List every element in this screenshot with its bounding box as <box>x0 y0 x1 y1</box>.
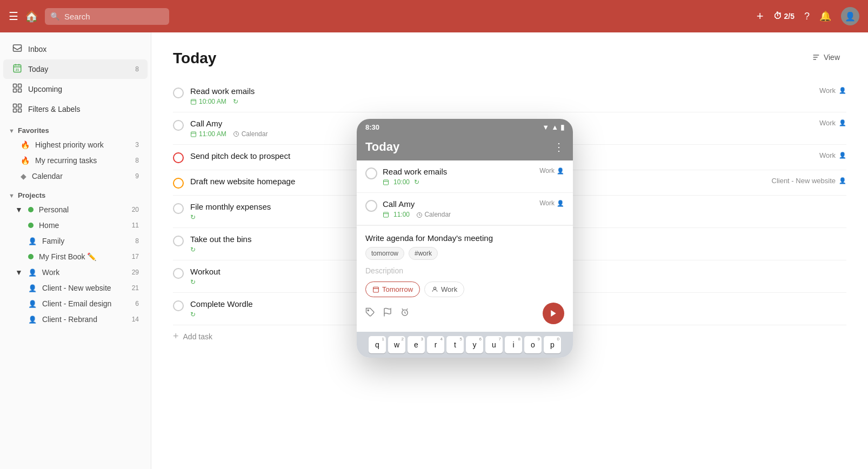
svg-rect-9 <box>18 89 22 92</box>
add-task-plus-icon: + <box>173 331 179 342</box>
hamburger-icon[interactable]: ☰ <box>9 10 18 23</box>
view-button[interactable]: View <box>805 50 846 65</box>
send-button[interactable] <box>543 303 564 324</box>
home-icon[interactable]: 🏠 <box>25 10 38 23</box>
date-button[interactable]: Tomorrow <box>365 282 420 297</box>
main-content: Today View Read work emails 10:00 AM ↻ W… <box>151 32 868 469</box>
sidebar-highest-priority-badge: 3 <box>135 141 139 149</box>
favorites-section-header[interactable]: ▼ Favorites <box>0 121 151 137</box>
svg-rect-13 <box>18 109 22 112</box>
task-check-6[interactable] <box>173 236 184 246</box>
mobile-more-button[interactable]: ⋮ <box>553 140 564 153</box>
mobile-task-meta-1: 10:00 ↻ <box>383 178 534 186</box>
task-calendar-2: Calendar <box>233 130 268 138</box>
firstbook-dot <box>28 254 34 259</box>
task-check-1[interactable] <box>173 88 184 98</box>
mobile-status-bar: 8:30 ▼ ▲ ▮ <box>357 119 573 136</box>
key-y[interactable]: 6y <box>466 336 483 353</box>
sidebar-item-filters[interactable]: Filters & Labels <box>3 99 148 119</box>
sidebar-filters-label: Filters & Labels <box>28 105 80 113</box>
task-check-8[interactable] <box>173 300 184 311</box>
avatar[interactable]: 👤 <box>841 7 859 25</box>
sidebar-item-client-rebrand[interactable]: 👤 Client - Rebrand 14 <box>3 312 148 327</box>
sidebar-highest-priority-label: Highest priority work <box>35 140 104 149</box>
table-row: Read work emails 10:00 AM ↻ Work 👤 <box>173 80 846 112</box>
flag-icon[interactable] <box>383 307 392 320</box>
sidebar-today-badge: 8 <box>135 65 139 73</box>
key-u[interactable]: 7u <box>485 336 503 353</box>
sidebar-item-recurring[interactable]: 🔥 My recurring tasks 8 <box>3 153 148 168</box>
task-check-5[interactable] <box>173 203 184 214</box>
key-r[interactable]: 4r <box>427 336 444 353</box>
home-dot <box>28 223 34 228</box>
mobile-overlay: 8:30 ▼ ▲ ▮ Today ⋮ Read work email <box>357 119 573 358</box>
svg-text:21: 21 <box>16 68 19 71</box>
tag-tomorrow[interactable]: tomorrow <box>365 247 404 260</box>
filters-icon <box>12 103 23 115</box>
fire-icon: 🔥 <box>21 140 30 149</box>
add-button[interactable]: + <box>757 9 764 23</box>
task-right-3: Work 👤 <box>819 151 846 159</box>
favorites-chevron: ▼ <box>9 128 15 134</box>
tag-icon[interactable] <box>365 307 375 320</box>
task-recur-8: ↻ <box>190 311 196 318</box>
key-t[interactable]: 5t <box>446 336 464 353</box>
svg-rect-12 <box>14 109 17 112</box>
sidebar-item-personal[interactable]: ▼ Personal 20 <box>3 202 148 217</box>
task-meta-1: 10:00 AM ↻ <box>190 98 813 105</box>
alarm-icon[interactable] <box>400 307 410 320</box>
date-icon <box>372 286 379 293</box>
task-check-7[interactable] <box>173 268 184 279</box>
svg-point-30 <box>368 310 369 311</box>
calendar-icon-mobile2 <box>383 211 389 218</box>
work-person-icon: 👤 <box>28 269 37 277</box>
projects-section-header[interactable]: ▼ Projects <box>0 186 151 202</box>
task-check-2[interactable] <box>173 120 184 131</box>
task-check-4[interactable] <box>173 178 184 189</box>
task-check-3[interactable] <box>173 152 184 163</box>
key-o[interactable]: 9o <box>524 336 542 353</box>
task-recur-1: ↻ <box>233 98 238 105</box>
sidebar-item-upcoming[interactable]: Upcoming <box>3 79 148 99</box>
help-button[interactable]: ? <box>804 11 810 22</box>
sidebar-item-inbox[interactable]: Inbox <box>3 39 148 59</box>
mobile-task-body-1: Read work emails 10:00 ↻ <box>383 167 534 186</box>
key-i[interactable]: 8i <box>505 336 522 353</box>
topnav-right: + ⏱ 2/5 ? 🔔 👤 <box>757 7 859 25</box>
mobile-task-body-2: Call Amy 11:00 Calendar <box>383 199 534 218</box>
mobile-task-row-2: Call Amy 11:00 Calendar Wo <box>365 199 564 218</box>
sidebar-item-client-email[interactable]: 👤 Client - Email design 6 <box>3 296 148 311</box>
mobile-check-2[interactable] <box>365 200 377 212</box>
key-w[interactable]: 2w <box>388 336 405 353</box>
task-name-1: Read work emails <box>190 86 813 96</box>
project-button[interactable]: Work <box>424 282 464 297</box>
search-wrapper: 🔍 <box>45 8 169 25</box>
sidebar-item-today[interactable]: 21 Today 8 <box>3 59 148 79</box>
mobile-recur-1: ↻ <box>414 178 419 186</box>
quick-add-actions <box>365 303 564 324</box>
quick-add-panel: Write agenda for Monday's meeting tomorr… <box>357 225 573 332</box>
quick-add-buttons: Tomorrow Work <box>365 282 564 297</box>
mobile-check-1[interactable] <box>365 168 377 179</box>
svg-rect-6 <box>14 84 17 88</box>
notifications-button[interactable]: 🔔 <box>819 10 831 22</box>
sidebar-item-highest-priority[interactable]: 🔥 Highest priority work 3 <box>3 137 148 152</box>
person-icon: 👤 <box>28 237 37 245</box>
search-input[interactable] <box>45 8 169 25</box>
svg-rect-22 <box>384 180 389 185</box>
key-p[interactable]: 0p <box>544 336 561 353</box>
sidebar-item-family[interactable]: 👤 Family 8 <box>3 233 148 249</box>
key-e[interactable]: 3e <box>408 336 425 353</box>
tag-work[interactable]: #work <box>409 247 438 260</box>
svg-line-33 <box>402 309 403 310</box>
quick-add-description[interactable]: Description <box>365 266 564 275</box>
sidebar-item-calendar[interactable]: ◆ Calendar 9 <box>3 169 148 184</box>
sidebar-item-firstbook[interactable]: My First Book ✏️ 17 <box>3 249 148 264</box>
list-item: Read work emails 10:00 ↻ Work 👤 <box>357 160 573 193</box>
key-q[interactable]: 1q <box>369 336 386 353</box>
sidebar-item-client-new-website[interactable]: 👤 Client - New website 21 <box>3 280 148 296</box>
mobile-keyboard: 1q 2w 3e 4r 5t 6y 7u 8i 9o 0p <box>357 332 573 358</box>
focus-counter[interactable]: ⏱ 2/5 <box>773 11 794 21</box>
sidebar-item-home[interactable]: Home 11 <box>3 218 148 233</box>
sidebar-item-work[interactable]: ▼ 👤 Work 29 <box>3 265 148 280</box>
